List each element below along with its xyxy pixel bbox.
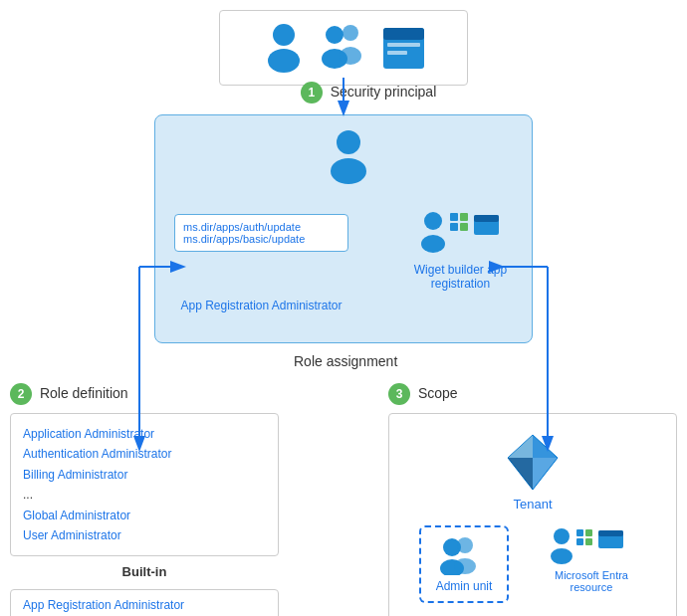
svg-rect-34 (576, 538, 583, 545)
role-definition-section: 2 Role definition Application Administra… (10, 383, 279, 616)
svg-point-10 (337, 130, 360, 154)
svg-rect-16 (450, 223, 458, 231)
svg-point-2 (326, 26, 344, 44)
svg-rect-7 (383, 28, 424, 40)
person-icon (262, 23, 307, 73)
svg-point-1 (268, 49, 300, 73)
builtin-label: Built-in (10, 564, 279, 579)
svg-rect-14 (450, 213, 458, 221)
security-principal-label: 1 Security principal (269, 82, 468, 103)
badge-2: 2 (10, 383, 32, 405)
tenant-row: Tenant (405, 430, 660, 512)
custom-roles-box: App Registration Administrator (10, 589, 279, 616)
scope-section: 3 Scope Tenant (388, 383, 677, 616)
role-user-admin: User Administrator (23, 525, 266, 545)
scope-title-text: Scope (418, 385, 458, 401)
app-icon (381, 26, 426, 71)
security-principal-box (219, 10, 468, 86)
role-dots: ... (23, 485, 266, 505)
svg-rect-37 (598, 530, 623, 536)
role-definition-title: 2 Role definition (10, 383, 279, 405)
svg-point-29 (454, 558, 476, 574)
admin-unit-box: Admin unit (419, 525, 509, 603)
app-reg-path-2: ms.dir/apps/basic/update (183, 233, 340, 245)
role-app-admin: Application Administrator (23, 424, 266, 444)
svg-point-28 (457, 537, 473, 553)
widget-builder-label: Wiget builder app registration (413, 263, 508, 291)
badge-1: 1 (301, 82, 323, 103)
role-assignment-label-text: Role assignment (294, 353, 397, 369)
admin-unit-label: Admin unit (436, 579, 493, 593)
scope-title: 3 Scope (388, 383, 677, 405)
builtin-roles-box: Application Administrator Authentication… (10, 413, 279, 556)
svg-rect-9 (387, 51, 407, 55)
svg-point-4 (343, 25, 358, 41)
svg-rect-35 (585, 538, 592, 545)
svg-rect-19 (474, 215, 499, 222)
diagram-container: 1 Security principal ms.dir/apps/auth/up… (0, 0, 687, 616)
svg-rect-15 (460, 213, 468, 221)
app-reg-label: App Registration Administrator (174, 299, 348, 312)
widget-builder: Wiget builder app registration (413, 209, 508, 291)
app-reg-path-1: ms.dir/apps/auth/update (183, 221, 340, 233)
ms-entra-label: Microsoft Entra resource (537, 569, 646, 593)
svg-point-12 (424, 212, 442, 230)
role-billing-admin: Billing Administrator (23, 465, 266, 485)
svg-rect-33 (585, 529, 592, 536)
ms-entra-icon (547, 525, 636, 565)
security-principal-text: Security principal (331, 84, 437, 100)
widget-builder-icon (418, 209, 503, 259)
svg-point-0 (273, 24, 295, 46)
role-auth-admin: Authentication Administrator (23, 444, 266, 464)
custom-role-app-reg: App Registration Administrator (23, 598, 266, 612)
group-icon (317, 23, 371, 73)
ms-entra-box: Microsoft Entra resource (537, 525, 646, 593)
admin-unit-icon (437, 535, 492, 575)
person-in-role-box (324, 129, 373, 184)
role-global-admin: Global Administrator (23, 506, 266, 525)
role-person-icon (324, 129, 373, 184)
sub-scope-row: Admin unit (405, 525, 660, 603)
svg-rect-32 (576, 529, 583, 536)
scope-inner-box: Tenant Admin unit (388, 413, 677, 616)
tenant-label: Tenant (513, 497, 552, 512)
svg-rect-8 (387, 43, 420, 47)
app-reg-subbox: ms.dir/apps/auth/update ms.dir/apps/basi… (174, 214, 348, 252)
svg-point-31 (551, 548, 572, 564)
svg-point-11 (331, 158, 366, 184)
tenant-icon (503, 430, 563, 495)
svg-rect-17 (460, 223, 468, 231)
svg-point-30 (554, 528, 570, 544)
svg-point-13 (421, 235, 445, 253)
badge-3: 3 (388, 383, 410, 405)
role-definition-title-text: Role definition (40, 385, 128, 401)
svg-point-5 (340, 47, 361, 65)
